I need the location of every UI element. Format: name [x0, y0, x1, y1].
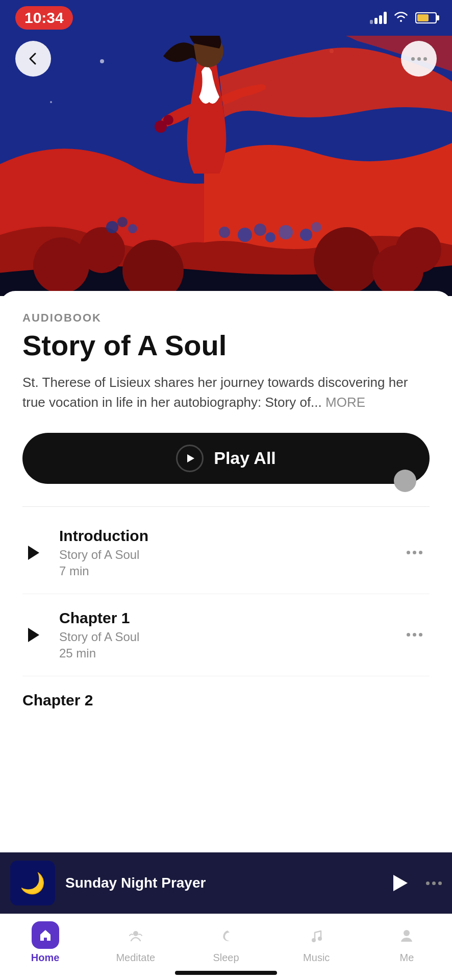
svg-point-26	[312, 938, 316, 942]
sleep-icon	[212, 921, 240, 949]
mini-player-artwork: 🌙	[10, 861, 55, 905]
play-all-icon	[176, 445, 204, 472]
svg-point-24	[163, 115, 173, 125]
nav-label-me: Me	[400, 952, 414, 964]
home-icon	[32, 921, 59, 949]
svg-point-5	[50, 101, 52, 103]
svg-point-28	[404, 930, 410, 936]
nav-label-home: Home	[31, 952, 60, 964]
mini-player-controls	[388, 871, 442, 895]
status-bar: 10:34	[0, 0, 452, 36]
play-triangle-icon	[28, 628, 39, 642]
svg-point-11	[395, 227, 441, 273]
hero-image	[0, 0, 452, 296]
track-info: Introduction Story of A Soul 7 min	[59, 527, 399, 578]
more-dots-icon	[407, 633, 422, 636]
track-item: Chapter 1 Story of A Soul 25 min	[22, 594, 430, 676]
meditate-icon	[122, 921, 149, 949]
svg-point-25	[133, 931, 138, 936]
track-more-button-introduction[interactable]	[399, 542, 430, 564]
svg-point-16	[219, 227, 230, 238]
track-item: Introduction Story of A Soul 7 min	[22, 512, 430, 594]
track-subtitle: Story of A Soul	[59, 630, 399, 644]
chapter-partial: Chapter 2	[22, 676, 430, 717]
mini-player: 🌙 Sunday Night Prayer	[0, 852, 452, 914]
play-all-button[interactable]: Play All	[22, 433, 430, 484]
svg-point-18	[311, 222, 321, 232]
svg-point-27	[318, 937, 322, 941]
nav-item-me[interactable]: Me	[362, 921, 452, 964]
chapter-partial-title: Chapter 2	[22, 692, 430, 709]
me-icon	[393, 921, 420, 949]
nav-item-sleep[interactable]: Sleep	[181, 921, 271, 964]
mini-play-button[interactable]	[388, 871, 413, 895]
status-time: 10:34	[15, 6, 73, 30]
divider	[22, 506, 430, 507]
track-duration: 25 min	[59, 646, 399, 660]
bottom-nav: Home Meditate Sleep Mus	[0, 914, 452, 980]
nav-item-meditate[interactable]: Meditate	[90, 921, 181, 964]
svg-point-19	[106, 221, 118, 233]
progress-dot	[394, 470, 416, 492]
svg-point-7	[79, 227, 125, 273]
mini-play-icon	[393, 875, 408, 891]
svg-point-1	[100, 59, 104, 63]
music-icon	[303, 921, 330, 949]
more-link[interactable]: MORE	[325, 395, 365, 410]
signal-icon	[370, 12, 387, 24]
play-triangle-icon	[28, 546, 39, 560]
track-play-button-chapter1[interactable]	[22, 624, 45, 646]
nav-item-music[interactable]: Music	[271, 921, 362, 964]
track-info: Chapter 1 Story of A Soul 25 min	[59, 609, 399, 660]
track-title: Introduction	[59, 527, 399, 545]
track-subtitle: Story of A Soul	[59, 548, 399, 562]
nav-label-meditate: Meditate	[116, 952, 155, 964]
book-description: St. Therese of Lisieux shares her journe…	[22, 373, 430, 412]
wifi-icon	[394, 11, 408, 25]
svg-point-12	[238, 228, 252, 242]
svg-point-17	[300, 229, 312, 241]
svg-point-20	[117, 217, 128, 227]
svg-point-9	[314, 227, 380, 293]
track-duration: 7 min	[59, 564, 399, 578]
mini-player-title: Sunday Night Prayer	[65, 875, 378, 891]
battery-icon	[415, 12, 437, 23]
home-indicator	[175, 971, 277, 975]
svg-point-15	[279, 225, 293, 239]
svg-point-14	[265, 232, 275, 242]
back-button[interactable]	[15, 41, 51, 77]
book-title: Story of A Soul	[22, 330, 430, 361]
track-play-button-introduction[interactable]	[22, 542, 45, 564]
more-dots-icon	[407, 551, 422, 554]
svg-point-13	[254, 224, 266, 236]
nav-label-sleep: Sleep	[213, 952, 239, 964]
more-icon	[411, 57, 427, 61]
svg-point-21	[128, 224, 137, 233]
nav-item-home[interactable]: Home	[0, 921, 90, 964]
more-options-button[interactable]	[401, 41, 437, 77]
nav-label-music: Music	[303, 952, 330, 964]
category-label: AUDIOBOOK	[22, 311, 430, 325]
status-icons	[370, 11, 437, 25]
track-title: Chapter 1	[59, 609, 399, 627]
content-scroll: AUDIOBOOK Story of A Soul St. Therese of…	[0, 291, 452, 717]
track-more-button-chapter1[interactable]	[399, 624, 430, 646]
mini-more-button[interactable]	[426, 881, 442, 885]
